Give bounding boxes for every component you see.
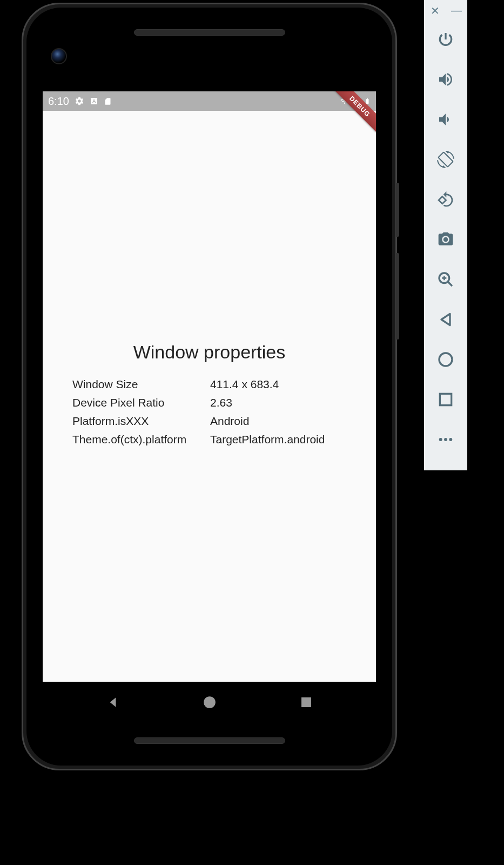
property-label: Theme.of(ctx).platform [72, 433, 210, 446]
svg-point-5 [439, 353, 452, 366]
nav-home-button[interactable] [203, 695, 217, 709]
rotate-left-button[interactable] [434, 148, 457, 171]
emulator-toolbar: ✕ — [424, 0, 467, 470]
property-row: Window Size 411.4 x 683.4 [72, 378, 346, 391]
volume-up-button[interactable] [434, 68, 457, 91]
property-value: 411.4 x 683.4 [210, 378, 346, 391]
svg-point-2 [204, 696, 216, 708]
power-button[interactable] [434, 28, 457, 51]
svg-point-7 [439, 438, 442, 441]
property-label: Device Pixel Ratio [72, 396, 210, 409]
rotate-right-button[interactable] [434, 188, 457, 211]
svg-point-9 [449, 438, 452, 441]
property-label: Window Size [72, 378, 210, 391]
app-content: Window properties Window Size 411.4 x 68… [43, 111, 376, 682]
sd-card-icon [104, 97, 112, 106]
front-camera [51, 48, 67, 64]
property-row: Device Pixel Ratio 2.63 [72, 396, 346, 409]
svg-text:A: A [92, 98, 96, 104]
android-nav-bar [43, 682, 376, 722]
status-time: 6:10 [48, 95, 69, 108]
svg-rect-6 [440, 394, 451, 405]
device-screen: 6:10 A [43, 91, 376, 682]
device-inner: 6:10 A [26, 8, 392, 766]
volume-down-button[interactable] [434, 108, 457, 131]
screenshot-button[interactable] [434, 228, 457, 251]
speaker-bottom [134, 737, 285, 744]
gear-icon [75, 96, 84, 106]
zoom-button[interactable] [434, 268, 457, 291]
nav-back-button[interactable] [106, 695, 120, 709]
property-value: TargetPlatform.android [210, 433, 346, 446]
close-button[interactable]: ✕ [429, 4, 440, 17]
property-label: Platform.isXXX [72, 415, 210, 428]
svg-point-8 [444, 438, 447, 441]
overview-button[interactable] [434, 388, 457, 411]
status-bar: 6:10 A [43, 91, 376, 111]
device-power-side-button [396, 183, 399, 237]
property-value: 2.63 [210, 396, 346, 409]
device-frame: 6:10 A [22, 3, 397, 770]
property-row: Platform.isXXX Android [72, 415, 346, 428]
more-button[interactable] [434, 428, 457, 451]
back-button[interactable] [434, 308, 457, 331]
property-row: Theme.of(ctx).platform TargetPlatform.an… [72, 433, 346, 446]
page-title: Window properties [72, 342, 346, 363]
device-volume-side-button [396, 253, 399, 340]
home-button[interactable] [434, 348, 457, 371]
property-value: Android [210, 415, 346, 428]
speaker-top [134, 29, 285, 36]
app-notification-icon: A [90, 97, 98, 105]
svg-rect-3 [301, 697, 311, 707]
minimize-button[interactable]: — [451, 4, 462, 17]
nav-overview-button[interactable] [300, 696, 313, 709]
